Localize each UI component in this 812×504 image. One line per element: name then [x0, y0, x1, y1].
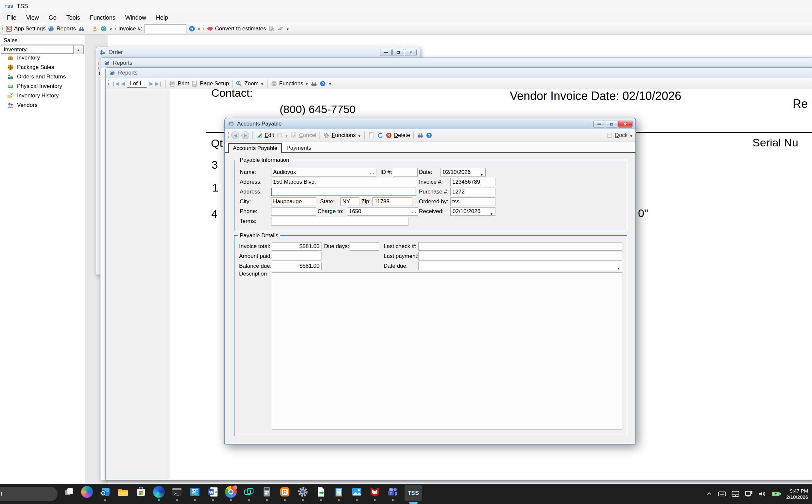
taskbar-photos[interactable]: [350, 484, 363, 501]
taskbar-mcafee[interactable]: [368, 484, 381, 501]
dock-button[interactable]: Dock ▼: [606, 132, 633, 139]
reports-viewer-title-bar[interactable]: Reports: [106, 68, 812, 78]
cancel-button[interactable]: Cancel: [290, 132, 316, 139]
new-record-icon[interactable]: [368, 132, 374, 139]
taskbar-export-doc[interactable]: [314, 484, 327, 501]
web-help-icon[interactable]: ?: [100, 25, 107, 32]
taskbar-teams[interactable]: T: [386, 484, 399, 501]
toolbar-grip[interactable]: [115, 25, 116, 32]
help-icon[interactable]: ?: [426, 132, 432, 139]
find-binoculars-icon[interactable]: [311, 80, 317, 87]
tab-payments[interactable]: Payments: [282, 144, 316, 152]
help-icon[interactable]: ?: [319, 80, 326, 87]
address1-input[interactable]: [271, 178, 416, 186]
find-binoculars-icon[interactable]: [417, 132, 424, 139]
description-textarea[interactable]: [272, 272, 622, 430]
close-button[interactable]: ×: [618, 121, 633, 127]
taskbar-word[interactable]: W: [207, 484, 219, 501]
sidebar-item-package-sales[interactable]: Package Sales: [0, 62, 84, 72]
menu-window[interactable]: Window: [120, 14, 151, 22]
taskbar-settings[interactable]: [296, 484, 309, 501]
maximize-button[interactable]: [606, 121, 618, 127]
charge-to-lookup-ellipsis-button[interactable]: [412, 207, 417, 216]
sidebar-item-physical-inventory[interactable]: Physical Inventory: [0, 81, 84, 91]
taskbar-task-view[interactable]: [63, 484, 75, 501]
menu-view[interactable]: View: [21, 14, 44, 22]
zip-input[interactable]: [372, 197, 413, 206]
next-page-button[interactable]: ▶: [149, 81, 153, 87]
taskbar-copilot[interactable]: [81, 484, 93, 501]
last-page-button[interactable]: ▶❘: [155, 81, 162, 87]
taskbar-calculator[interactable]: [261, 484, 273, 501]
toolbar-grip[interactable]: [203, 25, 204, 32]
app-settings-button[interactable]: App Settings: [6, 25, 45, 32]
customer-icon[interactable]: [92, 25, 98, 32]
functions-button[interactable]: Functions ▼: [323, 132, 361, 139]
toolbar-grip[interactable]: [108, 80, 109, 87]
terms-input[interactable]: [271, 217, 409, 226]
charge-to-input[interactable]: [347, 207, 418, 216]
forward-button[interactable]: ▶: [241, 131, 249, 139]
taskbar-search[interactable]: [0, 487, 58, 501]
chevron-down-icon[interactable]: ▼: [328, 82, 331, 86]
zoom-button[interactable]: Zoom ▼: [236, 80, 263, 87]
previous-page-button[interactable]: ◀: [121, 81, 125, 87]
address2-input[interactable]: [271, 188, 416, 196]
menu-go[interactable]: Go: [44, 14, 61, 22]
amount-paid-input[interactable]: [272, 252, 321, 260]
name-lookup-ellipsis-button[interactable]: [369, 168, 375, 176]
toolbar-grip[interactable]: [2, 25, 3, 32]
menu-functions[interactable]: Functions: [85, 14, 120, 22]
menu-tools[interactable]: Tools: [61, 14, 85, 22]
due-days-input[interactable]: [349, 242, 379, 251]
sidebar-item-inventory-history[interactable]: Inventory History: [0, 91, 84, 100]
name-input[interactable]: [271, 168, 376, 176]
received-combobox[interactable]: 02/10/2026 ▼: [450, 207, 496, 216]
balance-due-input[interactable]: [272, 262, 321, 270]
tray-battery-charging-icon[interactable]: [771, 490, 781, 498]
invoice-total-input[interactable]: [272, 242, 321, 251]
taskbar-chart-app[interactable]: [189, 484, 201, 501]
menu-file[interactable]: File: [2, 14, 21, 22]
taskbar-file-explorer[interactable]: [117, 484, 129, 501]
purchase-number-input[interactable]: [450, 188, 496, 196]
taskbar-clock[interactable]: 9:47 PM 2/10/2026: [786, 488, 808, 500]
id-input[interactable]: [393, 168, 418, 176]
taskbar-tss-active[interactable]: TSS: [404, 484, 422, 504]
delete-button[interactable]: Delete: [385, 132, 410, 139]
tray-volume-icon[interactable]: [758, 490, 767, 498]
taskbar-outlook[interactable]: [99, 484, 111, 501]
sidebar-item-inventory[interactable]: Inventory: [0, 53, 84, 62]
tab-accounts-payable[interactable]: Accounts Payable: [228, 143, 282, 153]
toolbar-grip[interactable]: [98, 61, 99, 69]
city-input[interactable]: [271, 197, 316, 206]
convert-to-estimates-button[interactable]: Convert to estimates: [207, 25, 266, 32]
maximize-button[interactable]: [392, 49, 404, 56]
receipt-clock-icon[interactable]: [268, 25, 275, 32]
refresh-icon[interactable]: [377, 132, 383, 139]
taskbar-terminal[interactable]: >_: [171, 484, 183, 501]
toolbar-grip[interactable]: [228, 132, 229, 139]
chevron-down-icon[interactable]: ▼: [197, 27, 201, 31]
print-button[interactable]: Print: [169, 80, 189, 87]
find-binoculars-icon[interactable]: [78, 25, 85, 32]
menu-help[interactable]: Help: [151, 14, 173, 22]
minimize-button[interactable]: [380, 49, 392, 56]
close-button[interactable]: ×: [405, 49, 417, 56]
invoice-number-input[interactable]: [450, 178, 496, 186]
go-arrow-icon[interactable]: [189, 25, 195, 32]
stamp-hand-icon[interactable]: [277, 25, 283, 32]
taskbar-edge[interactable]: [153, 484, 165, 501]
tray-display-icon[interactable]: [745, 490, 753, 498]
sidebar-group-inventory[interactable]: Inventory: [1, 45, 73, 54]
state-input[interactable]: [340, 197, 359, 206]
save-button[interactable]: ▼: [276, 132, 288, 139]
sidebar-group-sales[interactable]: Sales: [1, 36, 83, 44]
taskbar-ringcentral[interactable]: R: [279, 484, 291, 501]
date-due-combobox[interactable]: ▼: [418, 262, 622, 270]
last-payment-input[interactable]: [418, 252, 622, 260]
phone-input[interactable]: [271, 207, 316, 216]
taskbar-chrome[interactable]: [225, 484, 237, 501]
date-combobox[interactable]: 02/10/2026 ▼: [441, 168, 486, 176]
invoice-number-input[interactable]: [144, 24, 186, 33]
